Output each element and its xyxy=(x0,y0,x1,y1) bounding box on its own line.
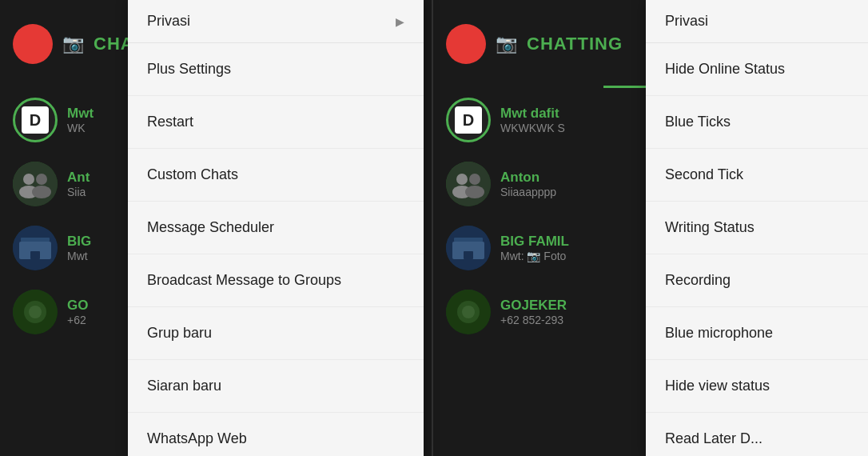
svg-point-16 xyxy=(465,186,484,198)
dropdown-custom-chats[interactable]: Custom Chats xyxy=(128,149,424,202)
hide-view-status-label: Hide view status xyxy=(665,378,770,394)
avatar-ant-left xyxy=(13,162,58,206)
avatar-gojeker-right xyxy=(446,290,491,334)
avatar-d-left: D xyxy=(13,98,58,142)
group-svg-5 xyxy=(446,226,491,270)
svg-rect-8 xyxy=(30,251,40,259)
group-svg-1 xyxy=(13,162,58,206)
plus-settings-label: Plus Settings xyxy=(147,61,231,78)
right-header-title: CHATTING xyxy=(527,34,623,54)
right-dropdown-writing-status[interactable]: Writing Status xyxy=(646,202,868,254)
svg-point-0 xyxy=(13,162,58,206)
avatar-big-right xyxy=(446,226,491,270)
right-dropdown-hide-online[interactable]: Hide Online Status xyxy=(646,43,868,96)
whatsapp-web-label: WhatsApp Web xyxy=(147,430,247,447)
second-tick-label: Second Tick xyxy=(665,166,743,182)
custom-chats-label: Custom Chats xyxy=(147,166,238,183)
dropdown-siaran-baru[interactable]: Siaran baru xyxy=(128,360,424,413)
right-dropdown-privasi: Privasi xyxy=(646,0,868,43)
broadcast-label: Broadcast Message to Groups xyxy=(147,272,341,289)
camera-icon-right: 📷 xyxy=(496,34,517,54)
d-letter-inner: D xyxy=(22,106,49,134)
svg-point-4 xyxy=(32,186,51,198)
writing-status-label: Writing Status xyxy=(665,219,755,235)
restart-label: Restart xyxy=(147,114,193,130)
svg-rect-7 xyxy=(21,238,50,242)
privasi-arrow-icon: ▶ xyxy=(396,15,404,28)
svg-point-2 xyxy=(36,174,47,185)
left-dropdown-menu: Privasi ▶ Plus Settings Restart Custom C… xyxy=(128,0,424,456)
dropdown-restart[interactable]: Restart xyxy=(128,96,424,149)
privasi-label: Privasi xyxy=(147,13,190,30)
avatar-anton-right xyxy=(446,162,491,206)
hide-online-label: Hide Online Status xyxy=(665,61,785,77)
svg-point-14 xyxy=(469,174,480,185)
right-dropdown-menu: Privasi Hide Online Status Blue Ticks Se… xyxy=(646,0,868,456)
profile-avatar-red xyxy=(13,24,53,64)
svg-point-13 xyxy=(456,174,468,185)
dropdown-message-scheduler[interactable]: Message Scheduler xyxy=(128,202,424,254)
group-svg-3 xyxy=(13,290,58,334)
svg-rect-20 xyxy=(464,251,473,259)
svg-point-11 xyxy=(29,306,42,318)
camera-icon-left: 📷 xyxy=(62,34,84,54)
svg-point-12 xyxy=(446,162,491,206)
right-dropdown-recording[interactable]: Recording xyxy=(646,254,868,307)
group-svg-2 xyxy=(13,226,58,270)
grup-baru-label: Grup baru xyxy=(147,325,212,342)
avatar-big-left xyxy=(13,226,58,270)
right-dropdown-blue-microphone[interactable]: Blue microphone xyxy=(646,307,868,360)
dropdown-privasi-item[interactable]: Privasi ▶ xyxy=(128,0,424,43)
dropdown-plus-settings[interactable]: Plus Settings xyxy=(128,43,424,96)
dropdown-grup-baru[interactable]: Grup baru xyxy=(128,307,424,360)
right-panel: 📷 CHATTING D Mwt dafit WKWKWK S xyxy=(433,0,868,456)
group-svg-4 xyxy=(446,162,491,206)
avatar-d-right: D xyxy=(446,98,491,142)
read-later-label: Read Later D... xyxy=(665,430,762,446)
recording-label: Recording xyxy=(665,272,731,288)
right-dropdown-hide-view-status[interactable]: Hide view status xyxy=(646,360,868,413)
dropdown-broadcast[interactable]: Broadcast Message to Groups xyxy=(128,254,424,307)
profile-avatar-red-right xyxy=(446,24,486,64)
right-privasi-label: Privasi xyxy=(665,13,708,29)
blue-ticks-label: Blue Ticks xyxy=(665,114,731,130)
svg-point-23 xyxy=(462,306,475,318)
avatar-go-left xyxy=(13,290,58,334)
d-letter-inner-right: D xyxy=(455,106,482,134)
right-dropdown-blue-ticks[interactable]: Blue Ticks xyxy=(646,96,868,149)
group-svg-6 xyxy=(446,290,491,334)
svg-point-1 xyxy=(23,174,34,185)
left-panel: 📷 CHATTI D Mwt WK xyxy=(0,0,432,456)
dropdown-whatsapp-web[interactable]: WhatsApp Web xyxy=(128,413,424,456)
siaran-baru-label: Siaran baru xyxy=(147,378,221,394)
right-dropdown-second-tick[interactable]: Second Tick xyxy=(646,149,868,202)
message-scheduler-label: Message Scheduler xyxy=(147,219,274,236)
right-dropdown-read-later[interactable]: Read Later D... xyxy=(646,413,868,456)
blue-microphone-label: Blue microphone xyxy=(665,325,773,341)
svg-rect-19 xyxy=(454,238,483,242)
